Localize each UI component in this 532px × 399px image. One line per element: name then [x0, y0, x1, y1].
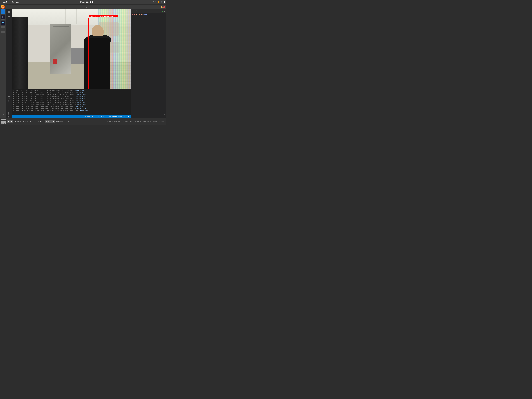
- warning-count-2: ▲ 1: [136, 13, 138, 15]
- pycharm-icon[interactable]: PC: [1, 21, 5, 25]
- minimize-button[interactable]: [161, 6, 163, 8]
- help-icon[interactable]: ?: [1, 9, 5, 14]
- console-person-0: person 0.83: [74, 90, 83, 91]
- svg-point-9: [164, 114, 165, 115]
- console-line-8: x: -331.0 y: 93.0 z: 702.0 dis: angel: 1…: [13, 105, 130, 107]
- ide-content: Z-Struct Favorites: [6, 9, 166, 118]
- battery-label: 15W: [153, 1, 157, 3]
- console-line-1: x: -241.0 y: 74.0 z: 523.0 dis: angel: 1…: [13, 91, 130, 93]
- window-controls: [161, 6, 165, 8]
- right-panel: angel ▼ ● ● ● ⚑ 14 ▲ 1 ▲ 45 ◀ 24: [131, 9, 166, 118]
- partition: [50, 24, 71, 74]
- bottom-tabs: ▶ Run ≡ TODO ⊙ 6: Problems ⊙ 3: Debug ≡ …: [7, 120, 165, 123]
- volume-icon: 🔊: [161, 1, 163, 3]
- encoding-label: CRLF UTF-8 4 spaces Python 3.8(21 ●): [101, 116, 130, 118]
- dock-icon-2[interactable]: [1, 32, 5, 33]
- camera-panel: person 0.75 dis:1244.8827254002683 x: -2…: [12, 9, 131, 118]
- unknown-label: Unknown: [12, 1, 19, 3]
- unknown-dropdown[interactable]: Unknown: [12, 1, 20, 3]
- console-line-9: x: -312.0 y: 93.0 z: 675.0 dis: angel: 1…: [13, 107, 130, 109]
- top-bar-center: Dec 7 03:52 ●: [21, 1, 153, 3]
- bottom-dock: ▶ Run ≡ TODO ⊙ 6: Problems ⊙ 3: Debug ≡ …: [0, 118, 166, 125]
- cabinet: [12, 17, 28, 89]
- sidebar-icon-1[interactable]: [7, 10, 11, 14]
- console-line-3: x: -333.0 y: 96.0 z: 709.0 dis: angel: 1…: [13, 95, 130, 97]
- info-count: ◀ 24: [143, 13, 147, 15]
- terminal-icon[interactable]: ▌: [1, 15, 5, 19]
- svg-marker-0: [2, 114, 4, 116]
- svg-rect-1: [8, 11, 9, 12]
- window-title: 00: [85, 6, 87, 8]
- svg-rect-4: [9, 12, 10, 13]
- top-bar-right: 15W 📶 🔊 ⏻: [153, 1, 166, 3]
- settings-icon[interactable]: [164, 114, 166, 116]
- tab-todo[interactable]: ≡ TODO: [14, 120, 22, 123]
- svg-rect-2: [9, 11, 10, 12]
- green-dot-2: ●: [162, 10, 164, 12]
- status-bar: ▲ Event Log 104:81 CRLF UTF-8 4 spaces P…: [12, 115, 131, 118]
- console-line-4: x: -339.0 y: 97.0 z: 720.0 dis: angel: 1…: [13, 97, 130, 99]
- connection-indicators: ● ● ●: [160, 10, 165, 12]
- window-titlebar: 00: [6, 5, 166, 9]
- favorites-label: Favorites: [8, 111, 10, 118]
- tab-problems[interactable]: ⊙ 6: Problems: [22, 120, 34, 123]
- ide-window: 00 Z-Struct Favorites: [6, 5, 166, 118]
- svg-rect-3: [8, 12, 9, 13]
- tab-debug[interactable]: ⊙ 3: Debug: [35, 120, 45, 123]
- top-system-bar: Activities Unknown Dec 7 03:52 ● 15W 📶 🔊…: [0, 0, 166, 4]
- tab-terminal[interactable]: ≡ Terminal: [45, 120, 55, 123]
- left-dock: ? ▌ PC: [0, 4, 6, 118]
- console-line-6: x: -348.0 y: 100.0 z: 739.0 dis: angel: …: [13, 101, 130, 103]
- close-button[interactable]: [163, 6, 165, 8]
- detection-label: person 0.75 dis:1244.8827254002683: [89, 15, 118, 17]
- event-log-label: ▲ Event Log: [85, 116, 93, 117]
- notification-text: Packages installed successfully: Install…: [109, 120, 165, 122]
- console-line-5: x: -326.0 y: 93.0 z: 692.0 dis: angel: 1…: [13, 99, 130, 101]
- svg-rect-5: [8, 16, 10, 16]
- dock-apps-icon[interactable]: [2, 113, 5, 117]
- run-button[interactable]: ▶ Run: [7, 120, 13, 123]
- wifi-icon: 📶: [158, 1, 159, 3]
- green-dot-1: ●: [160, 10, 162, 12]
- clock-dot: ●: [92, 1, 93, 3]
- bottom-dock-left: [1, 119, 6, 124]
- red-bucket: [53, 59, 57, 64]
- warning-count-1: ⚑ 14: [132, 13, 135, 15]
- notification-bar: ☑ Packages installed successfully: Insta…: [107, 120, 165, 122]
- ide-left-sidebar: Z-Struct Favorites: [6, 9, 12, 118]
- gray-dot: ●: [164, 10, 165, 12]
- sidebar-icon-3[interactable]: [7, 19, 11, 22]
- warning-count-3: ▲ 45: [139, 13, 143, 15]
- right-panel-header: angel ▼ ● ● ●: [131, 9, 166, 13]
- svg-rect-6: [8, 17, 10, 17]
- console-line-2: x: -336.0 y: 101.0 z: 722.0 dis: angel: …: [13, 93, 130, 95]
- ceiling-tiles: [22, 9, 98, 24]
- apps-grid-icon[interactable]: [1, 119, 6, 124]
- right-panel-content: [131, 16, 166, 118]
- angel-dropdown[interactable]: angel ▼: [132, 10, 137, 12]
- sidebar-icon-2[interactable]: [7, 14, 11, 18]
- line-col-label: 104:81: [95, 116, 100, 118]
- console-line-7: x: -352.0 y: 101.0 z: 746.0 dis: angel: …: [13, 103, 130, 105]
- tab-python-console[interactable]: ▶ Python Console: [55, 120, 70, 123]
- z-struct-label: Z-Struct: [8, 96, 10, 102]
- alert-indicators: ⚑ 14 ▲ 1 ▲ 45 ◀ 24: [131, 13, 166, 16]
- top-bar-left: Activities Unknown: [0, 1, 21, 3]
- dock-icon-1[interactable]: [1, 26, 5, 28]
- datetime-label: Dec 7 03:52: [80, 1, 91, 3]
- firefox-icon[interactable]: 🦊: [1, 5, 5, 9]
- camera-feed: person 0.75 dis:1244.8827254002683: [12, 9, 131, 89]
- notification-check: ☑: [107, 120, 108, 122]
- console-line-10: x: -501.0 y: 139.0 z: 1077.0 dis: angel:…: [13, 109, 130, 111]
- power-icon: ⏻: [164, 1, 165, 3]
- console-area: x: -241.0 y: 74.0 z: 523.0 dis: angel: 1…: [12, 89, 131, 115]
- activities-button[interactable]: Activities: [0, 1, 10, 3]
- console-line-0: x: -241.0 y: 74.0 z: 523.0 dis: angel: 1…: [13, 89, 130, 91]
- detection-box: person 0.75 dis:1244.8827254002683: [89, 18, 109, 89]
- console-prefix: x: -241.0 y: 74.0 z: 523.0 dis: angel: 1…: [13, 90, 74, 91]
